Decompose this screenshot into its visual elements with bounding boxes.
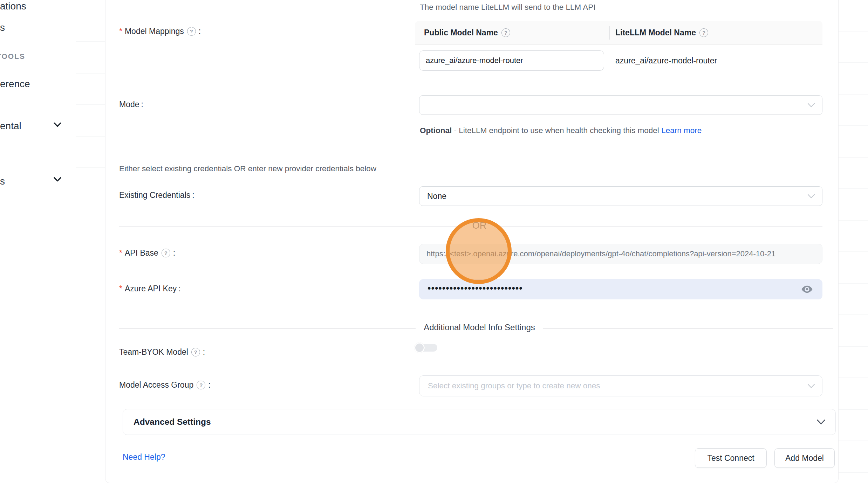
help-icon[interactable]: ? bbox=[162, 249, 170, 257]
chevron-down-icon[interactable] bbox=[54, 177, 61, 183]
test-connect-button[interactable]: Test Connect bbox=[695, 448, 767, 468]
azure-api-key-label-text: Azure API Key bbox=[125, 284, 177, 293]
question-glyph: ? bbox=[164, 250, 168, 256]
mode-label-text: Mode bbox=[119, 100, 139, 109]
question-glyph: ? bbox=[194, 349, 197, 355]
team-byok-label: Team-BYOK Model ? : bbox=[119, 347, 205, 357]
section-divider-line-right bbox=[543, 328, 833, 329]
required-asterisk: * bbox=[119, 27, 122, 36]
help-icon[interactable]: ? bbox=[501, 28, 510, 37]
question-glyph: ? bbox=[190, 28, 193, 34]
public-model-name-input[interactable]: azure_ai/azure-model-router bbox=[419, 50, 604, 71]
learn-more-link[interactable]: Learn more bbox=[661, 126, 702, 135]
question-glyph: ? bbox=[702, 30, 705, 36]
test-connect-label: Test Connect bbox=[707, 453, 754, 463]
add-model-screen: ations s TOOLS erence ental s The model … bbox=[0, 0, 868, 485]
column-header-text: Public Model Name bbox=[424, 28, 498, 37]
need-help-link[interactable]: Need Help? bbox=[123, 452, 165, 462]
mode-select[interactable] bbox=[419, 95, 822, 115]
api-base-label-text: API Base bbox=[125, 248, 158, 258]
model-mappings-table: Public Model Name ? LiteLLM Model Name ?… bbox=[415, 21, 822, 77]
model-mappings-label: * Model Mappings ? : bbox=[119, 27, 201, 36]
sidebar-section-tools: TOOLS bbox=[0, 52, 25, 61]
sidebar-item-label: s bbox=[0, 176, 5, 187]
question-glyph: ? bbox=[504, 30, 507, 36]
azure-api-key-label: * Azure API Key : bbox=[119, 284, 181, 293]
required-asterisk: * bbox=[119, 248, 122, 258]
litellm-model-name-value: azure_ai/azure-model-router bbox=[615, 44, 717, 77]
chevron-down-icon bbox=[807, 381, 815, 391]
mode-hint-text: - LiteLLM endpoint to use when health ch… bbox=[452, 126, 661, 135]
eye-icon[interactable] bbox=[799, 283, 815, 296]
credentials-note: Either select existing credentials OR en… bbox=[119, 164, 376, 174]
existing-credentials-label-text: Existing Credentials bbox=[119, 190, 190, 200]
sidebar-item-5[interactable]: s bbox=[0, 176, 5, 187]
api-base-label: * API Base ? : bbox=[119, 248, 175, 258]
api-base-input[interactable]: https://<test>.openai.azure.com/openai/d… bbox=[419, 244, 822, 264]
mode-label: Mode : bbox=[119, 100, 143, 109]
label-colon: : bbox=[173, 248, 175, 258]
required-asterisk: * bbox=[119, 284, 122, 293]
column-header-public-model-name: Public Model Name ? bbox=[424, 28, 599, 37]
team-byok-label-text: Team-BYOK Model bbox=[119, 347, 188, 357]
chevron-down-icon bbox=[816, 419, 826, 425]
existing-credentials-label: Existing Credentials : bbox=[119, 190, 194, 200]
model-access-group-label-text: Model Access Group bbox=[119, 380, 193, 390]
azure-api-key-input[interactable]: •••••••••••••••••••••••••• bbox=[419, 279, 822, 299]
existing-credentials-value: None bbox=[427, 192, 446, 201]
sidebar-item-label: s bbox=[0, 22, 5, 33]
add-model-label: Add Model bbox=[785, 453, 824, 463]
section-divider-line-left bbox=[119, 328, 416, 329]
sidebar-item-2[interactable]: s bbox=[0, 22, 5, 33]
chevron-down-icon[interactable] bbox=[54, 122, 61, 129]
column-divider bbox=[609, 26, 610, 40]
help-icon[interactable]: ? bbox=[187, 27, 196, 36]
model-name-hint: The model name LiteLLM will send to the … bbox=[420, 2, 596, 13]
question-glyph: ? bbox=[199, 382, 203, 388]
mode-hint-optional: Optional bbox=[420, 126, 452, 135]
section-divider-label: Additional Model Info Settings bbox=[416, 323, 543, 332]
add-model-button[interactable]: Add Model bbox=[774, 448, 835, 468]
label-colon: : bbox=[208, 380, 210, 390]
help-icon[interactable]: ? bbox=[197, 381, 205, 389]
or-divider-label: OR bbox=[460, 220, 498, 231]
label-colon: : bbox=[192, 190, 194, 200]
chevron-down-icon bbox=[807, 101, 815, 110]
advanced-settings-panel[interactable]: Advanced Settings bbox=[123, 409, 836, 435]
sidebar-item-label: ental bbox=[0, 120, 21, 131]
or-divider-line-left bbox=[119, 226, 460, 227]
advanced-settings-title: Advanced Settings bbox=[134, 417, 816, 427]
model-access-group-select[interactable]: Select existing groups or type to create… bbox=[419, 375, 822, 396]
mode-hint: Optional - LiteLLM endpoint to use when … bbox=[420, 123, 711, 138]
column-header-litellm-model-name: LiteLLM Model Name ? bbox=[615, 28, 709, 37]
page-rows-left-gutter bbox=[76, 11, 105, 175]
litellm-model-name-text: azure_ai/azure-model-router bbox=[615, 56, 717, 65]
label-colon: : bbox=[203, 347, 205, 357]
public-model-name-value: azure_ai/azure-model-router bbox=[426, 56, 523, 65]
masked-key-value: •••••••••••••••••••••••••• bbox=[428, 285, 523, 292]
label-colon: : bbox=[199, 27, 201, 36]
help-icon[interactable]: ? bbox=[191, 348, 200, 356]
column-header-text: LiteLLM Model Name bbox=[615, 28, 696, 37]
sidebar-item-1[interactable]: ations bbox=[0, 1, 26, 12]
model-access-group-placeholder: Select existing groups or type to create… bbox=[428, 381, 600, 390]
help-icon[interactable]: ? bbox=[699, 28, 708, 37]
model-access-group-label: Model Access Group ? : bbox=[119, 380, 211, 390]
sidebar-item-label: erence bbox=[0, 78, 30, 89]
existing-credentials-select[interactable]: None bbox=[419, 186, 822, 206]
team-byok-toggle[interactable] bbox=[414, 342, 439, 353]
toggle-knob bbox=[414, 342, 425, 353]
or-divider-line-right bbox=[498, 226, 822, 227]
chevron-down-icon bbox=[807, 192, 815, 201]
sidebar-section-label: TOOLS bbox=[0, 52, 25, 60]
table-row: azure_ai/azure-model-router azure_ai/azu… bbox=[415, 44, 822, 77]
page-rows-right-gutter bbox=[839, 0, 868, 485]
sidebar-item-3[interactable]: erence bbox=[0, 78, 30, 90]
model-mappings-label-text: Model Mappings bbox=[125, 27, 184, 36]
sidebar-item-4[interactable]: ental bbox=[0, 120, 21, 132]
api-base-value: https://<test>.openai.azure.com/openai/d… bbox=[426, 249, 775, 258]
sidebar-item-label: ations bbox=[0, 1, 26, 12]
label-colon: : bbox=[178, 284, 180, 293]
label-colon: : bbox=[141, 100, 143, 109]
model-mappings-table-header: Public Model Name ? LiteLLM Model Name ? bbox=[415, 21, 822, 45]
